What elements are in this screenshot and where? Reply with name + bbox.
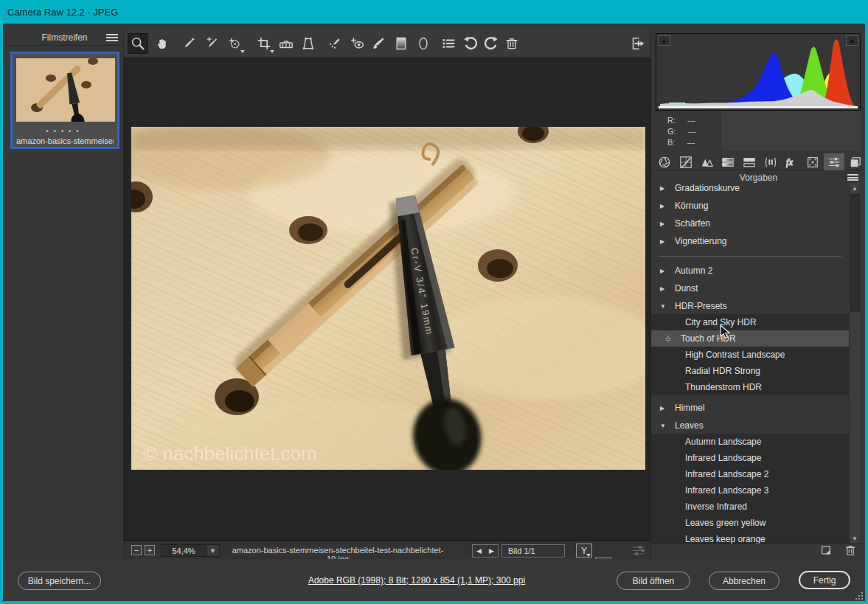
tab-objektivkorrekturen[interactable]: [760, 153, 782, 170]
zoom-level-select[interactable]: 54,4% ▼: [161, 544, 220, 557]
svg-text:fx: fx: [786, 157, 793, 167]
delete-icon[interactable]: [501, 33, 522, 54]
image-nav-group: ◀ ▶: [472, 544, 499, 558]
toolbar: [124, 29, 650, 58]
tab-details[interactable]: [696, 153, 718, 170]
thumbnail-rating-dots[interactable]: •••••: [16, 128, 114, 135]
adjustment-brush-icon[interactable]: [368, 33, 389, 54]
tab-schnappschuesse[interactable]: [844, 153, 866, 170]
spot-removal-icon[interactable]: [324, 33, 345, 54]
preset-thunderstrom-hdr[interactable]: Thunderstrom HDR: [656, 379, 849, 395]
crop-tool-icon[interactable]: [254, 33, 274, 54]
filmstrip-menu-icon[interactable]: [106, 34, 118, 41]
preset-group-koernung[interactable]: ▶Körnung: [656, 198, 849, 214]
open-image-button[interactable]: Bild öffnen: [617, 572, 690, 590]
before-after-toggle-button[interactable]: Y: [576, 544, 592, 558]
tab-grundeinstellungen[interactable]: [654, 153, 676, 170]
done-button[interactable]: Fertig: [799, 571, 850, 589]
transform-tool-icon[interactable]: [298, 33, 319, 54]
cancel-button[interactable]: Abbrechen: [709, 572, 780, 590]
main-area: Filmstreifen ••••• amazon-basics-stemmei…: [3, 24, 865, 559]
tab-teiltonung[interactable]: [739, 153, 760, 170]
rgb-readout: R:--- G:--- B:---: [656, 111, 861, 151]
preset-group-autumn-2[interactable]: ▶Autumn 2: [656, 263, 849, 279]
status-bar: − + 54,4% ▼ amazon-basics-stemmeisen-ste…: [124, 541, 650, 559]
histogram-plot: [656, 34, 860, 110]
preferences-icon[interactable]: [438, 33, 459, 54]
red-eye-icon[interactable]: [347, 33, 367, 54]
resize-grip[interactable]: [855, 592, 863, 600]
graduated-filter-icon[interactable]: [391, 33, 412, 54]
tab-vorgaben[interactable]: [824, 153, 845, 170]
watermark-text: © nachbelichtet.com: [143, 442, 317, 465]
targeted-adjustment-icon[interactable]: [224, 33, 245, 54]
tab-gradationskurve[interactable]: [676, 153, 697, 170]
toggle-fullscreen-icon[interactable]: [627, 33, 647, 54]
center-column: Cr-V 3/4" 19mm © nachbelichtet.com − + 5…: [124, 29, 650, 559]
preset-group-dunst[interactable]: ▶Dunst: [656, 280, 849, 296]
image-counter: Bild 1/1: [501, 544, 565, 558]
preset-group-himmel[interactable]: ▶Himmel: [656, 400, 849, 416]
filmstrip-thumbnail[interactable]: ••••• amazon-basics-stemmeisen-...: [10, 52, 119, 149]
thumbnail-filename: amazon-basics-stemmeisen-...: [16, 136, 114, 145]
preset-infrared-landscape[interactable]: Infrared Landscape: [656, 450, 849, 466]
image-preview-area[interactable]: Cr-V 3/4" 19mm © nachbelichtet.com: [124, 58, 650, 541]
scrollbar-thumb[interactable]: [850, 194, 860, 312]
tab-effekte[interactable]: fx: [781, 153, 802, 170]
rotate-right-icon[interactable]: [481, 33, 501, 54]
presets-header: Vorgaben: [651, 171, 866, 184]
delete-preset-icon[interactable]: [845, 545, 855, 559]
preset-infrared-landscape-2[interactable]: Infrared Landscape 2: [656, 466, 849, 482]
adjustment-tabs: fx: [651, 153, 866, 170]
new-preset-icon[interactable]: [820, 545, 832, 559]
zoom-out-button[interactable]: −: [131, 545, 142, 555]
preset-city-and-sky-hdr[interactable]: City and Sky HDR: [656, 314, 849, 330]
tab-hsl-graustufen[interactable]: [718, 153, 739, 170]
color-sampler-icon[interactable]: [201, 33, 222, 54]
preset-infrared-landscape-3[interactable]: Infrared Landscape 3: [656, 482, 849, 499]
b-label: B:: [667, 138, 675, 147]
window-title: Camera Raw 12.2 - JPEG: [7, 7, 118, 18]
white-balance-eyedropper-icon[interactable]: [178, 33, 199, 54]
radial-filter-icon[interactable]: [413, 33, 434, 54]
preset-group-schaerfen[interactable]: ▶Schärfen: [656, 215, 849, 232]
rotate-left-icon[interactable]: [460, 33, 481, 54]
straighten-tool-icon[interactable]: [276, 33, 296, 54]
preset-leaves-keep-orange[interactable]: Leaves keep orange: [656, 531, 849, 544]
mouse-cursor: [720, 324, 732, 344]
prev-image-button[interactable]: ◀: [473, 547, 485, 555]
g-label: G:: [667, 127, 676, 136]
thumbnail-image: [16, 58, 115, 122]
presets-title: Vorgaben: [651, 173, 866, 183]
photo: Cr-V 3/4" 19mm © nachbelichtet.com: [131, 127, 645, 470]
preset-group-hdr-presets[interactable]: ▼HDR-Presets: [656, 298, 849, 314]
zoom-dropdown-arrow[interactable]: ▼: [206, 544, 220, 557]
preset-touch-of-hdr[interactable]: ☆Touch of HDR: [651, 330, 849, 347]
filmstrip-settings-icon-disabled: [632, 545, 645, 558]
histogram: ▲ ▲: [656, 33, 861, 111]
save-image-button[interactable]: Bild speichern...: [18, 572, 101, 590]
hand-tool-icon[interactable]: [152, 33, 173, 54]
workflow-options-link[interactable]: Adobe RGB (1998); 8 Bit; 1280 x 854 (1,1…: [221, 575, 612, 586]
title-bar: Camera Raw 12.2 - JPEG: [0, 0, 868, 24]
preset-autumn-landscape[interactable]: Autumn Landscape: [656, 434, 849, 450]
preset-leaves-green-yellow[interactable]: Leaves green yellow: [656, 515, 849, 531]
preset-inverse-infrared[interactable]: Inverse Infrared: [656, 499, 849, 515]
zoom-in-button[interactable]: +: [145, 545, 155, 555]
next-image-button[interactable]: ▶: [485, 547, 498, 555]
presets-bottom-bar: [651, 544, 866, 559]
tab-kamerakalibrierung[interactable]: [802, 153, 824, 170]
presets-list: ▶Gradationskurve ▶Körnung ▶Schärfen ▶Vig…: [651, 184, 866, 544]
preset-radial-hdr-strong[interactable]: Radial HDR Strong: [656, 363, 849, 379]
scroll-down-icon[interactable]: ▼: [852, 536, 858, 542]
preset-high-contrast-landscape[interactable]: High Contrast Landscape: [656, 347, 849, 363]
filmstrip-panel: Filmstreifen ••••• amazon-basics-stemmei…: [6, 29, 124, 559]
preset-group-gradationskurve[interactable]: ▶Gradationskurve: [656, 184, 849, 196]
zoom-tool-icon[interactable]: [128, 33, 148, 54]
presets-scrollbar[interactable]: ▲ ▼: [849, 184, 860, 544]
scroll-up-icon[interactable]: ▲: [852, 186, 858, 192]
right-panel: ▲ ▲: [650, 29, 865, 559]
preset-group-leaves[interactable]: ▼Leaves: [656, 417, 849, 434]
preset-group-vignettierung[interactable]: ▶Vignettierung: [656, 233, 849, 249]
presets-menu-icon[interactable]: [847, 174, 858, 181]
